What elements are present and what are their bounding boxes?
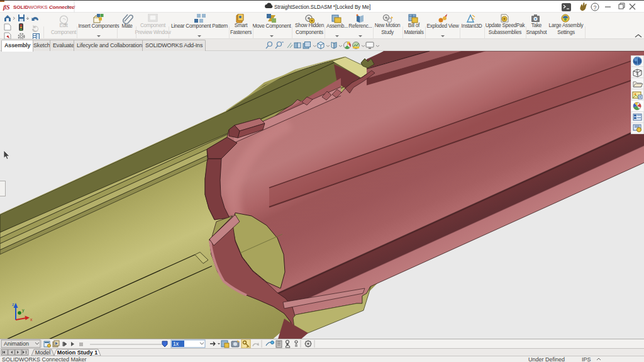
svg-text:Model: Model [35, 349, 51, 356]
svg-text:SOLIDWORKS Connected: SOLIDWORKS Connected [13, 4, 75, 10]
svg-text:1x: 1x [173, 341, 179, 347]
svg-text:x: x [30, 317, 33, 322]
svg-text:Motion Study 1: Motion Study 1 [57, 349, 98, 356]
svg-text:StraightSection.SLDASM *[Locke: StraightSection.SLDASM *[Locked By Me] [274, 4, 370, 10]
svg-text:βS: βS [3, 4, 10, 11]
svg-text:?: ? [593, 4, 596, 11]
svg-text:y: y [22, 308, 25, 313]
svg-text:Animation: Animation [4, 341, 29, 347]
svg-text:z: z [12, 302, 14, 307]
